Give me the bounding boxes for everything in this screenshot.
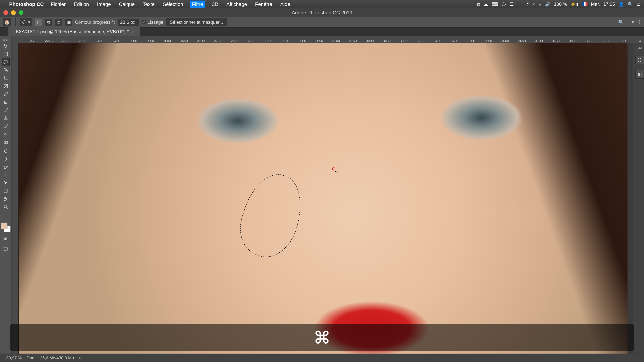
screen-record-icon[interactable]: ⧉ <box>477 1 480 7</box>
zoom-level[interactable]: 139,97 % <box>4 356 22 361</box>
battery-percent[interactable]: 100 % <box>554 1 567 7</box>
ruler-vertical[interactable] <box>12 43 18 354</box>
share-icon[interactable]: ⇪ <box>638 19 641 25</box>
dodge-tool[interactable] <box>2 155 10 162</box>
vertical-scrollbar[interactable] <box>628 43 633 354</box>
svg-point-1 <box>6 70 8 72</box>
menu-calque[interactable]: Calque <box>118 0 136 8</box>
blur-tool[interactable] <box>2 147 10 154</box>
history-brush-tool[interactable] <box>2 123 10 130</box>
document-tab-close[interactable]: ✕ <box>132 29 135 34</box>
menu-edition[interactable]: Édition <box>73 0 90 8</box>
rail-properties-icon[interactable]: ◧ <box>636 70 644 78</box>
time[interactable]: 17:05 <box>603 1 615 7</box>
feather-input[interactable] <box>118 18 139 26</box>
clone-stamp-tool[interactable] <box>2 114 10 122</box>
svg-line-11 <box>6 157 8 158</box>
svg-rect-0 <box>4 52 8 56</box>
gradient-tool[interactable] <box>2 139 10 146</box>
toolbox-collapse[interactable]: ▸▸ <box>0 38 12 42</box>
crop-tool[interactable] <box>2 74 10 82</box>
move-tool[interactable] <box>2 42 10 50</box>
doc-size[interactable]: Doc : 126,6 Mo/430,3 Mo <box>27 356 74 361</box>
antialias-checkbox[interactable]: ✓ Lissage <box>142 19 164 25</box>
keystroke-overlay: ⌘ <box>10 324 634 351</box>
menu-aide[interactable]: Aide <box>279 0 291 8</box>
selection-mode-add[interactable]: ⧉ <box>45 18 52 26</box>
svg-line-14 <box>6 208 8 209</box>
path-selection-tool[interactable] <box>2 179 10 187</box>
menu-3d[interactable]: 3D <box>211 0 220 8</box>
document-image <box>18 43 628 354</box>
edit-toolbar[interactable]: ⋯ <box>2 211 10 219</box>
healing-brush-tool[interactable] <box>2 98 10 106</box>
pen-tool[interactable] <box>2 163 10 170</box>
search-icon[interactable]: 🔍 <box>618 19 624 25</box>
svg-point-13 <box>4 205 7 208</box>
menu-image[interactable]: Image <box>96 0 112 8</box>
status-bar: 139,97 % Doc : 126,6 Mo/430,3 Mo ▸ <box>0 354 644 362</box>
screenmode-toggle[interactable]: ▢ <box>2 245 9 252</box>
marquee-tool[interactable] <box>2 50 10 58</box>
menu-fichier[interactable]: Fichier <box>50 0 67 8</box>
frame-tool[interactable] <box>2 82 10 90</box>
status-icons: ⧉ ☁ ⌨ ⧂ ☰ ▢ ↺ ᚼ ⟁ 🔊 100 % ⚡▮ Mar. 17:05 … <box>477 1 640 7</box>
current-tool-indicator[interactable]: ▾ <box>20 18 32 26</box>
menu-affichage[interactable]: Affichage <box>225 0 248 8</box>
workspace-icon[interactable]: ▢▾ <box>627 19 634 25</box>
options-bar: 🏠 ▾ ◻ ⧉ ⧈ ▣ Contour progressif : ✓ Lissa… <box>0 17 644 27</box>
rail-history-icon[interactable]: ☷ <box>636 56 644 64</box>
window-zoom-button[interactable] <box>19 10 24 15</box>
window-titlebar: Adobe Photoshop CC 2019 <box>0 8 644 17</box>
timemachine-icon[interactable]: ↺ <box>525 1 529 7</box>
eyedropper-tool[interactable] <box>2 90 10 98</box>
selection-mode-new[interactable]: ◻ <box>35 18 42 26</box>
menu-selection[interactable]: Sélection <box>162 0 184 8</box>
cursor-indicator: ↖⁺ <box>332 167 335 170</box>
color-swatches[interactable] <box>1 223 10 232</box>
document-tab[interactable]: _K8A0184-1.psd @ 140% (Basse fréquence, … <box>8 27 140 36</box>
quickmask-toggle[interactable]: ◙ <box>2 235 9 242</box>
select-and-mask-button[interactable]: Sélectionner et masquer... <box>166 18 227 26</box>
volume-icon[interactable]: 🔊 <box>545 1 550 7</box>
brush-tool[interactable] <box>2 106 10 114</box>
list-icon[interactable]: ☰ <box>510 1 514 7</box>
macos-menubar: Photoshop CC Fichier Édition Image Calqu… <box>0 0 644 8</box>
eraser-tool[interactable] <box>2 131 10 138</box>
cloud-icon[interactable]: ☁ <box>484 1 488 7</box>
wifi-icon[interactable]: ⟁ <box>538 1 541 7</box>
input-source-flag[interactable] <box>582 2 588 6</box>
window-close-button[interactable] <box>4 10 8 15</box>
canvas[interactable]: ↖⁺ <box>18 43 628 354</box>
app-name[interactable]: Photoshop CC <box>9 1 44 7</box>
window-title: Adobe Photoshop CC 2019 <box>292 10 352 16</box>
date[interactable]: Mar. <box>591 1 600 7</box>
bluetooth-icon[interactable]: ᚼ <box>532 1 535 7</box>
selection-mode-subtract[interactable]: ⧈ <box>55 18 62 26</box>
document-tab-name: _K8A0184-1.psd @ 140% (Basse fréquence, … <box>14 29 129 34</box>
typography-icon[interactable]: ⌨ <box>492 1 498 7</box>
hand-tool[interactable] <box>2 195 10 203</box>
zoom-tool[interactable] <box>2 203 10 211</box>
quick-select-tool[interactable] <box>2 66 10 74</box>
shape-tool[interactable] <box>2 187 10 195</box>
lasso-tool[interactable] <box>2 58 10 66</box>
panel-expand-arrows[interactable]: ◂◂ <box>638 45 642 50</box>
doc-info-menu[interactable]: ▸ <box>79 356 81 361</box>
window-minimize-button[interactable] <box>11 10 16 15</box>
menu-fenetre[interactable]: Fenêtre <box>254 0 274 8</box>
type-tool[interactable] <box>2 171 10 179</box>
collapsed-panel-rail: ◂◂ ☷ ◧ <box>633 43 644 354</box>
spotlight-icon[interactable]: 🔍 <box>628 1 633 7</box>
hamburger-icon[interactable]: ≣ <box>637 1 640 7</box>
menu-filtre[interactable]: Filtre <box>190 0 205 8</box>
menu-texte[interactable]: Texte <box>142 0 156 8</box>
selection-mode-intersect[interactable]: ▣ <box>65 18 72 26</box>
display-icon[interactable]: ▢ <box>517 1 522 7</box>
adobe-cc-icon[interactable]: ⧂ <box>502 1 506 7</box>
user-icon[interactable]: 👤 <box>618 1 624 7</box>
battery-icon[interactable]: ⚡▮ <box>570 1 579 7</box>
ruler-horizontal[interactable]: 2522752300235024002450250025502600265027… <box>12 36 644 43</box>
keystroke-symbol: ⌘ <box>314 328 330 348</box>
home-button[interactable]: 🏠 <box>3 18 11 26</box>
